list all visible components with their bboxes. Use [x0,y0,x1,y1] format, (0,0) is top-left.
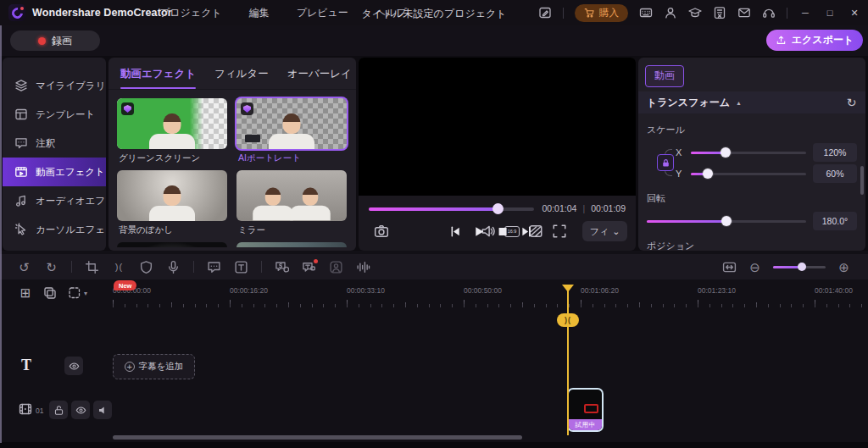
sidebar-label: オーディオエフェクト [36,195,106,207]
menu-project[interactable]: プロジェクト [159,6,222,20]
effect-partial-right[interactable] [236,242,347,247]
fit-dropdown[interactable]: フィ ⌄ [582,221,627,241]
timeline-toolbar: ↺ ↻ )( ⊖ ⊕ [0,254,868,279]
lock-icon [661,158,670,168]
playhead-line[interactable] [567,285,569,435]
scale-y-slider[interactable] [691,169,806,179]
slider-handle[interactable] [703,169,713,179]
zoom-out-icon[interactable]: ⊖ [748,260,762,274]
speaker-icon [97,405,108,416]
stop-icon[interactable] [496,225,509,238]
scale-group: X 120% Y 60% [647,141,857,184]
export-button[interactable]: エクスポート [766,30,863,51]
mask-shield-icon[interactable] [139,260,153,274]
sidebar-item-cursor-effects[interactable]: カーソルエフェクト [3,215,106,244]
tab-filters[interactable]: フィルター [214,67,269,81]
rename-icon[interactable] [538,6,552,19]
next-frame-icon[interactable] [520,225,532,238]
titlebar: Wondershare DemoCreator プロジェクト 編集 プレビュー … [0,0,868,25]
microphone-icon[interactable] [166,260,181,274]
close-button[interactable]: ✕ [848,6,861,19]
person-thumbnail [268,113,315,149]
account-icon[interactable] [664,6,677,19]
sidebar-item-annotations[interactable]: 注釈 [3,129,106,158]
record-button[interactable]: 録画 [10,30,100,51]
support-headset-icon[interactable] [762,6,776,19]
manage-tracks-icon[interactable] [43,286,57,300]
text-to-speech-icon[interactable] [302,260,316,274]
feedback-doc-icon[interactable] [713,6,726,19]
sidebar-label: 動画エフェクト [36,166,105,179]
fit-timeline-icon[interactable] [722,260,737,274]
buy-label: 購入 [599,7,619,19]
effect-green-screen[interactable]: グリーンスクリーン [117,98,227,170]
audio-denoise-icon[interactable] [356,260,370,274]
selection-mode-dropdown[interactable]: ▾ New [68,286,87,300]
maximize-button[interactable]: □ [823,6,837,19]
timeline-horizontal-scrollbar[interactable] [113,435,522,440]
crop-icon[interactable] [85,260,99,274]
mail-icon[interactable] [737,6,751,19]
divider [563,8,564,19]
menu-preview[interactable]: プレビュー [297,6,348,20]
properties-scrollbar[interactable] [860,166,864,195]
split-icon[interactable]: )( [112,260,126,274]
sidebar-label: マイライブラリ [36,80,105,92]
timeline-ruler[interactable]: 00:00:00:00 00:00:16:20 00:00:33:10 00:0… [113,285,868,308]
speech-to-text-icon[interactable] [275,260,289,274]
snapshot-camera-icon[interactable] [374,224,389,239]
add-subtitle-button[interactable]: + 字幕を追加 [113,354,195,379]
slider-handle[interactable] [721,147,731,158]
effect-ai-portrait[interactable]: AIポートレート [236,98,347,170]
video-canvas[interactable] [359,58,636,196]
redo-icon[interactable]: ↻ [44,260,58,274]
scale-x-slider[interactable] [691,147,806,158]
timeline-zoom-slider[interactable] [773,262,826,272]
transform-section-header[interactable]: トランスフォーム ▲ ↺ [638,91,865,113]
position-label: ポジション [647,240,857,251]
effect-background-blur[interactable]: 背景のぼかし [117,170,227,242]
playhead-split-handle[interactable]: )( [557,313,579,327]
seek-slider[interactable] [369,203,534,213]
effect-partial-left[interactable] [117,242,227,247]
playhead-head-icon[interactable] [562,285,574,292]
buy-button[interactable]: 購入 [575,4,628,22]
shortcuts-keyboard-icon[interactable] [639,6,653,19]
annotation-icon [14,136,28,150]
seek-handle[interactable] [492,203,504,214]
sidebar-item-video-effects[interactable]: 動画エフェクト [3,158,106,186]
slider-handle[interactable] [798,263,806,271]
effect-mirror[interactable]: ミラー [236,170,347,242]
sidebar-item-templates[interactable]: テンプレート [3,100,106,129]
minimize-button[interactable]: ─ [798,6,812,19]
scale-lock-button[interactable] [657,154,674,171]
sidebar-item-my-library[interactable]: マイライブラリ [3,71,106,100]
rotation-label: 回転 [647,192,857,205]
tab-video-effects[interactable]: 動画エフェクト [120,67,196,81]
prev-frame-icon[interactable] [448,225,461,238]
slider-handle[interactable] [721,216,732,226]
menu-edit[interactable]: 編集 [249,6,270,20]
sidebar-item-audio-effects[interactable]: オーディオエフェクト [3,186,106,215]
rotation-slider[interactable] [647,216,806,226]
video-track-visibility-button[interactable] [71,401,90,419]
add-track-icon[interactable]: ⊞ [19,286,32,300]
tab-overlays[interactable]: オーバーレイ [287,67,352,81]
scale-x-value[interactable]: 120% [813,143,857,162]
fullscreen-icon[interactable] [552,224,567,239]
ai-avatar-icon[interactable] [329,260,343,274]
timeline-clip[interactable]: 試用中 [569,390,602,430]
zoom-in-icon[interactable]: ⊕ [837,260,851,274]
video-track-lock-button[interactable] [49,401,68,419]
reset-icon[interactable]: ↺ [847,96,857,109]
annotation-bubble-icon[interactable] [207,260,221,274]
tutorial-icon[interactable] [688,6,702,19]
tab-video-properties[interactable]: 動画 [645,65,684,87]
scale-y-value[interactable]: 60% [813,164,857,183]
rotation-value[interactable]: 180.0° [813,212,857,230]
text-track-visibility-button[interactable] [64,357,83,375]
play-icon[interactable] [472,225,485,238]
undo-icon[interactable]: ↺ [17,260,31,274]
video-track-mute-button[interactable] [93,401,112,419]
text-tool-icon[interactable] [234,260,248,274]
